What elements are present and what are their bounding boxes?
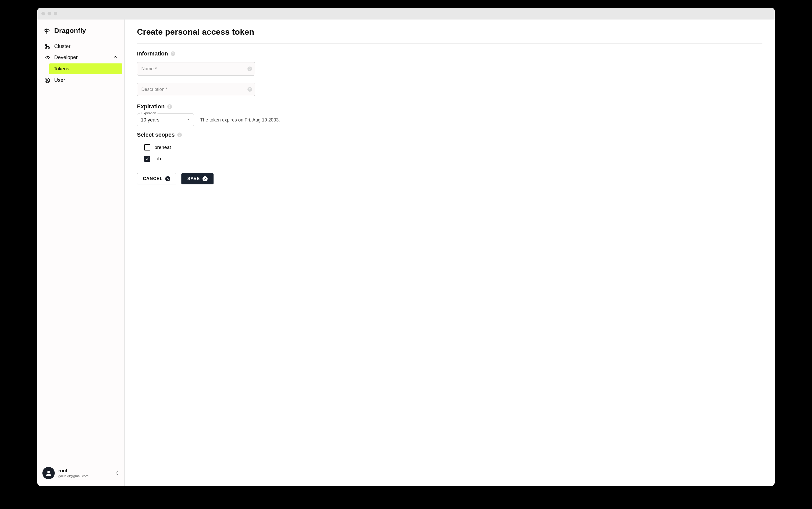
scope-preheat: preheat: [144, 142, 762, 153]
save-button-label: SAVE: [187, 176, 200, 181]
scope-job: job: [144, 153, 762, 164]
scope-preheat-checkbox[interactable]: [144, 144, 150, 150]
cancel-button[interactable]: CANCEL: [137, 173, 176, 184]
description-field: ?: [137, 83, 255, 96]
section-scopes-label: Select scopes: [137, 132, 175, 138]
svg-rect-2: [48, 47, 50, 48]
sidebar-item-developer[interactable]: Developer: [39, 52, 122, 63]
traffic-light-zoom[interactable]: [54, 12, 57, 15]
section-expiration: Expiration ?: [137, 103, 762, 110]
section-expiration-label: Expiration: [137, 103, 165, 110]
sidebar-item-tokens[interactable]: Tokens: [49, 63, 122, 74]
traffic-light-close[interactable]: [41, 12, 45, 15]
name-field: ?: [137, 62, 255, 75]
sidebar-item-label: User: [54, 77, 118, 83]
current-user-name: root: [58, 468, 111, 474]
sidebar-item-label: Tokens: [54, 66, 118, 72]
expiration-hint: The token expires on Fri, Aug 19 2033.: [200, 117, 280, 123]
help-icon[interactable]: ?: [248, 87, 252, 92]
user-icon: [44, 77, 51, 83]
sidebar-item-label: Developer: [54, 55, 109, 60]
page-title: Create personal access token: [137, 27, 762, 44]
sidebar-item-label: Cluster: [54, 43, 118, 49]
sidebar: Dragonfly Cluster: [37, 20, 125, 486]
dragonfly-logo-icon: [43, 27, 51, 35]
caret-down-icon: [187, 117, 190, 123]
help-icon[interactable]: ?: [248, 67, 252, 71]
svg-rect-1: [45, 47, 47, 48]
app-window: Dragonfly Cluster: [37, 8, 775, 486]
main-content: Create personal access token Information…: [125, 20, 775, 486]
section-information-label: Information: [137, 50, 168, 57]
brand-name: Dragonfly: [54, 27, 86, 35]
current-user-card[interactable]: root gaius.qi@gmail.com: [37, 464, 124, 481]
expiration-select-wrap: Expiration 10 years: [137, 113, 194, 126]
scope-job-checkbox[interactable]: [144, 156, 150, 162]
avatar: [42, 467, 55, 479]
cluster-icon: [44, 44, 51, 49]
nav: Cluster Developer: [37, 41, 124, 86]
check-circle-icon: [202, 176, 207, 181]
description-input[interactable]: [137, 83, 255, 96]
close-circle-icon: [165, 176, 170, 181]
expiration-select[interactable]: 10 years: [137, 113, 194, 126]
brand: Dragonfly: [37, 25, 124, 41]
svg-rect-0: [45, 44, 47, 45]
window-titlebar: [37, 8, 775, 20]
expiration-select-legend: Expiration: [140, 111, 158, 115]
chevron-up-icon: [113, 55, 118, 60]
svg-point-5: [47, 471, 50, 473]
help-icon[interactable]: ?: [167, 104, 172, 109]
save-button[interactable]: SAVE: [182, 173, 214, 184]
help-icon[interactable]: ?: [171, 52, 175, 56]
chevron-up-down-icon: [115, 470, 119, 476]
traffic-light-minimize[interactable]: [47, 12, 51, 15]
cancel-button-label: CANCEL: [143, 176, 163, 181]
current-user-email: gaius.qi@gmail.com: [58, 474, 111, 478]
name-input[interactable]: [137, 62, 255, 75]
scope-job-label: job: [155, 156, 161, 162]
section-scopes: Select scopes ?: [137, 132, 762, 138]
svg-point-4: [46, 79, 48, 81]
code-icon: [44, 55, 51, 60]
scope-preheat-label: preheat: [155, 144, 171, 150]
form-actions: CANCEL SAVE: [137, 173, 762, 184]
sidebar-item-cluster[interactable]: Cluster: [39, 41, 122, 52]
section-information: Information ?: [137, 50, 762, 57]
sidebar-item-user[interactable]: User: [39, 75, 122, 86]
help-icon[interactable]: ?: [177, 133, 182, 137]
expiration-select-value: 10 years: [141, 117, 160, 123]
